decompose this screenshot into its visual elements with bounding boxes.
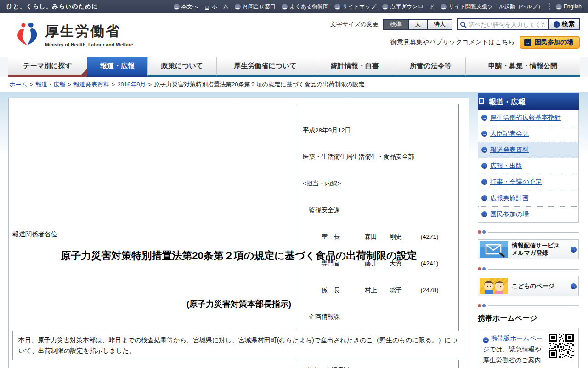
salutation: 報道関係者各位 [12,230,57,239]
contact-line: <担当・内線> [303,179,453,188]
arrow-circle-icon [235,4,241,10]
envelope-image [480,241,508,258]
arrow-circle-icon [441,4,447,10]
arrow-circle-icon [334,4,340,10]
tab-about-mhlw[interactable]: 厚生労働省について [217,58,314,77]
ministry-name-english: Ministry of Health, Labour and Welfare [45,42,133,47]
logo-text: 厚生労働省 Ministry of Health, Labour and Wel… [45,22,133,47]
blue-dot-icon [482,267,486,270]
mobile-homepage-heading: 携帯ホームページ [478,314,579,323]
sidebar-item-events-schedule[interactable]: 行事・会議の予定 [478,174,578,190]
arrow-circle-icon [483,337,489,343]
banner-label: 情報配信サービス メルマガ登録 [512,242,560,257]
contact-line: 係 長 村上 聡子 (2478) [303,286,453,294]
blue-dot-icon [482,304,486,307]
mobile-homepage-text: では、緊急情報や厚生労働省のご案内などを掲載しています。 [483,345,555,368]
sidebar-item-press-releases[interactable]: 報道発表資料 [478,142,578,158]
announcement-body: 本日、原子力災害対策本部は、昨日までの検査結果等から、宮城県に対し、宮城県村田町… [12,331,464,360]
arrow-circle-icon [481,131,487,137]
link-home[interactable]: ホーム [204,3,229,11]
tab-laws[interactable]: 所管の法令等 [396,58,466,77]
breadcrumb-current-page: 原子力災害対策特別措置法第20条第２項の規定に基づく食品の出荷制限の設定 [154,80,364,89]
breadcrumb-home[interactable]: ホーム [9,80,28,89]
utility-links: 本文へ ホーム お問合せ窓口 よくある御質問 サイトマップ 点字ダウンロード サ… [174,3,582,11]
link-sitemap[interactable]: サイトマップ [334,3,376,11]
contact-line: 企画情報課 [303,312,453,321]
mail-magazine-banner[interactable]: 情報配信サービス メルマガ登録 [478,239,579,259]
sidebar-separator [478,267,579,270]
red-dot-icon [478,304,481,307]
sidebar-item-pr-implementation-plan[interactable]: 広報実施計画 [478,190,578,207]
content-area: 平成28年9月12日 医薬・生活衛生局生活衛生・食品安全部 <担当・内線> 監視… [0,92,588,368]
arrow-square-icon [479,98,484,104]
link-english[interactable]: English [549,3,582,10]
breadcrumb-press-releases[interactable]: 報道発表資料 [74,80,109,89]
link-contact[interactable]: お問合せ窓口 [235,3,276,11]
contact-line: <代表・直通電話> [303,366,453,368]
arrow-circle-icon [571,247,577,253]
arrow-circle-icon [571,283,577,289]
header-tools: 文字サイズの変更 標準 大 特大 検索 御意見募集やパブリックコメントはこちら … [330,18,580,49]
breadcrumb-press-pr[interactable]: 報道・広報 [35,80,65,89]
link-faq[interactable]: よくある御質問 [282,3,328,11]
sidebar: 報道・広報 厚生労働省広報基本指針 大臣記者会見 報道発表資料 広報・出版 行事… [478,93,579,368]
contact-line: 平成28年9月12日 [303,126,453,135]
site-header: 厚生労働省 Ministry of Health, Labour and Wel… [0,13,588,58]
blue-dot-icon [482,230,486,234]
main-content-panel: 平成28年9月12日 医薬・生活衛生局生活衛生・食品安全部 <担当・内線> 監視… [8,98,469,368]
home-icon [204,4,210,10]
site-tagline: ひと、くらし、みらいのために [6,2,98,11]
sidebar-item-pr-publications[interactable]: 広報・出版 [478,158,578,174]
tab-policies[interactable]: 政策について [148,58,217,77]
mobile-homepage-box: 携帯版ホームページでは、緊急情報や厚生労働省のご案内などを掲載しています。 [478,328,579,368]
ministry-name: 厚生労働省 [45,22,133,41]
arrow-circle-icon [481,147,487,153]
down-arrow-icon: ↓ [84,71,86,76]
font-size-switcher: 標準 大 特大 [383,19,452,30]
page-subtitle: (原子力災害対策本部長指示) [9,299,469,310]
arrow-circle-icon [481,115,487,121]
sidebar-separator [478,230,579,234]
sidebar-item-minister-press-conference[interactable]: 大臣記者会見 [478,126,578,142]
sidebar-menu: 厚生労働省広報基本指針 大臣記者会見 報道発表資料 広報・出版 行事・会議の予定… [478,110,579,223]
red-dot-icon [478,267,481,270]
tab-press-pr[interactable]: 報道・広報 [87,58,148,77]
sidebar-header-press-pr[interactable]: 報道・広報 [478,93,579,110]
red-dot-icon [478,230,481,234]
breadcrumb-month[interactable]: 2016年9月 [117,80,146,89]
mhlw-logo[interactable]: 厚生労働省 Ministry of Health, Labour and Wel… [14,21,133,48]
arrow-circle-icon [382,4,388,10]
arrow-square-icon [524,39,531,46]
font-size-xlarge-button[interactable]: 特大 [427,20,452,29]
tab-applications[interactable]: 申請・募集・情報公開 [466,58,580,77]
global-navigation: テーマ別に探す ↓ 報道・広報 政策について 厚生労働省について 統計情報・白書… [0,58,588,77]
sidebar-item-public-participation[interactable]: 国民参加の場 [478,207,578,222]
link-braille-download[interactable]: 点字ダウンロード [382,3,435,11]
arrow-circle-icon [554,21,560,28]
top-utility-bar: ひと、くらし、みらいのために 本文へ ホーム お問合せ窓口 よくある御質問 サイ… [0,0,588,13]
tab-statistics[interactable]: 統計情報・白書 [314,58,396,77]
search-button[interactable]: 検索 [548,19,579,29]
search-input[interactable] [467,21,548,28]
site-search: 検索 [457,18,580,30]
font-size-large-button[interactable]: 大 [408,20,427,29]
tab-search-by-theme[interactable]: テーマ別に探す ↓ [8,58,87,77]
public-comment-text: 御意見募集やパブリックコメントはこちら [390,38,515,46]
arrow-circle-icon [481,195,487,201]
link-to-main-content[interactable]: 本文へ [174,3,198,11]
search-icon [460,21,467,28]
breadcrumb: ホーム > 報道・広報 > 報道発表資料 > 2016年9月 > 原子力災害対策… [0,77,588,92]
kids-page-banner[interactable]: こどものページ [478,276,579,296]
contact-line: 監視安全課 [303,206,453,214]
banner-label: こどものページ [512,282,554,290]
link-accessibility-tool[interactable]: サイト閲覧支援ツール起動（ヘルプ） [441,3,543,11]
arrow-circle-icon [481,163,487,169]
separator-line [488,305,579,306]
qr-code [549,334,574,358]
contact-info-box: 平成28年9月12日 医薬・生活衛生局生活衛生・食品安全部 <担当・内線> 監視… [297,104,459,368]
separator-line [488,269,579,270]
font-size-standard-button[interactable]: 標準 [384,20,408,29]
public-participation-button[interactable]: 国民参加の場 [520,36,580,49]
arrow-circle-icon [481,179,487,185]
sidebar-item-pr-policy[interactable]: 厚生労働省広報基本指針 [478,110,578,126]
